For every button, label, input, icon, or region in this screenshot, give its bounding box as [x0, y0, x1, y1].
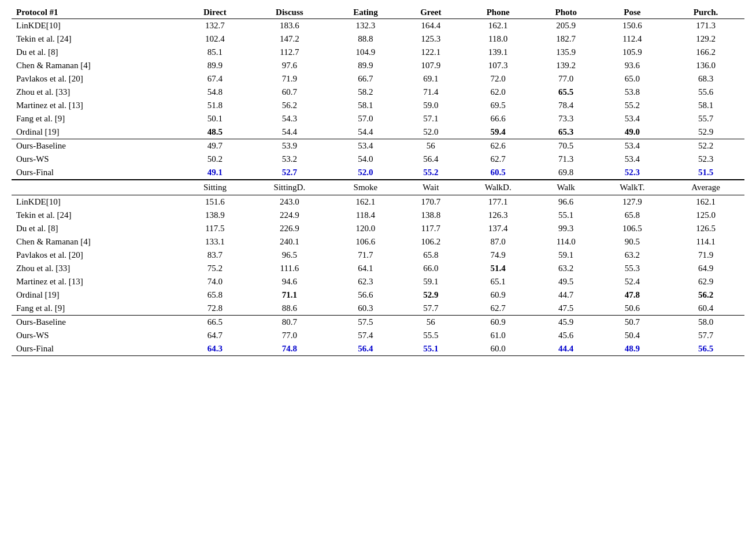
table-cell: 56.2	[248, 99, 331, 112]
table-cell: 63.2	[535, 262, 598, 275]
table-cell: 52.0	[400, 125, 462, 139]
table-cell: 74.0	[182, 275, 248, 288]
table-cell: 89.9	[182, 59, 248, 72]
table-row: Pavlakos et al. [20]83.796.571.765.874.9…	[12, 249, 744, 262]
table-cell: 58.1	[667, 99, 744, 112]
method-cell: Zhou et al. [33]	[12, 86, 182, 99]
table-cell: 90.5	[598, 235, 667, 249]
table-cell: 106.6	[331, 235, 400, 249]
table-cell: 60.5	[462, 166, 535, 180]
table-cell: 171.3	[667, 19, 744, 33]
col-header: Direct	[182, 6, 248, 19]
table-cell: 107.9	[400, 59, 462, 72]
method-cell: Fang et al. [9]	[12, 302, 182, 316]
table-cell: 74.8	[248, 342, 331, 356]
table-row: Chen & Ramanan [4]133.1240.1106.6106.287…	[12, 235, 744, 249]
table-cell: 55.2	[400, 166, 462, 180]
table-row: Tekin et al. [24]138.9224.9118.4138.8126…	[12, 209, 744, 222]
table-cell: 70.5	[535, 139, 598, 153]
table-cell: 183.6	[248, 19, 331, 33]
table-cell: 55.6	[667, 86, 744, 99]
table-cell: 96.6	[535, 195, 598, 209]
table-cell: 53.4	[598, 139, 667, 153]
method-cell: Chen & Ramanan [4]	[12, 235, 182, 249]
table-cell: 71.3	[535, 153, 598, 166]
method-cell: LinKDE[10]	[12, 19, 182, 33]
table-cell: 139.1	[462, 46, 535, 59]
table-cell: 55.3	[598, 262, 667, 275]
table-cell: 170.7	[400, 195, 462, 209]
table-cell: 166.2	[667, 46, 744, 59]
table-cell: 114.0	[535, 235, 598, 249]
table-cell: 65.8	[598, 209, 667, 222]
table-cell: 104.9	[331, 46, 400, 59]
table-cell: 58.2	[331, 86, 400, 99]
method-cell: Tekin et al. [24]	[12, 209, 182, 222]
col-header-2: Smoke	[331, 180, 400, 195]
table-cell: 66.5	[182, 316, 248, 329]
col-header-2: Walk	[535, 180, 598, 195]
table-cell: 50.6	[598, 302, 667, 316]
table-cell: 57.7	[667, 329, 744, 342]
table-cell: 62.9	[667, 275, 744, 288]
table-cell: 65.1	[462, 275, 535, 288]
col-header-2: Average	[667, 180, 744, 195]
table-cell: 56.5	[667, 342, 744, 356]
table-cell: 138.9	[182, 209, 248, 222]
table-cell: 89.9	[331, 59, 400, 72]
table-row: Ordinal [19]48.554.454.452.059.465.349.0…	[12, 125, 744, 139]
table-cell: 55.5	[400, 329, 462, 342]
table-cell: 69.8	[535, 166, 598, 180]
table-row: Fang et al. [9]72.888.660.357.762.747.55…	[12, 302, 744, 316]
table-cell: 52.3	[598, 166, 667, 180]
table-cell: 47.8	[598, 288, 667, 302]
table-cell: 52.9	[667, 125, 744, 139]
table-cell: 71.9	[248, 72, 331, 86]
empty-header-cell	[12, 180, 182, 195]
table-cell: 65.0	[598, 72, 667, 86]
table-cell: 50.1	[182, 112, 248, 125]
table-cell: 45.6	[535, 329, 598, 342]
table-cell: 72.0	[462, 72, 535, 86]
table-cell: 60.9	[462, 288, 535, 302]
main-table: Protocol #1 DirectDiscussEatingGreetPhon…	[12, 6, 744, 356]
table-cell: 57.1	[400, 112, 462, 125]
table-cell: 57.7	[400, 302, 462, 316]
col-header: Purch.	[667, 6, 744, 19]
table-cell: 106.2	[400, 235, 462, 249]
method-cell: Martinez et al. [13]	[12, 99, 182, 112]
col-header-2: WalkD.	[462, 180, 535, 195]
table-cell: 118.4	[331, 209, 400, 222]
table-cell: 150.6	[598, 19, 667, 33]
method-cell: Ours-Baseline	[12, 316, 182, 329]
table-cell: 62.3	[331, 275, 400, 288]
table-cell: 51.4	[462, 262, 535, 275]
table-cell: 45.9	[535, 316, 598, 329]
table-cell: 59.4	[462, 125, 535, 139]
table-cell: 69.5	[462, 99, 535, 112]
table-cell: 49.1	[182, 166, 248, 180]
method-cell: Ours-WS	[12, 329, 182, 342]
table-cell: 129.2	[667, 32, 744, 46]
table-cell: 60.0	[462, 342, 535, 356]
table-cell: 97.6	[248, 59, 331, 72]
table-cell: 51.8	[182, 99, 248, 112]
table-cell: 64.1	[331, 262, 400, 275]
table-row: Du et al. [8]85.1112.7104.9122.1139.1135…	[12, 46, 744, 59]
table-cell: 48.5	[182, 125, 248, 139]
table-cell: 118.0	[462, 32, 535, 46]
table-cell: 111.6	[248, 262, 331, 275]
table-cell: 177.1	[462, 195, 535, 209]
table-cell: 62.6	[462, 139, 535, 153]
col-header-2: SittingD.	[248, 180, 331, 195]
table-cell: 99.3	[535, 222, 598, 235]
table-cell: 88.8	[331, 32, 400, 46]
table-row: Zhou et al. [33]75.2111.664.166.051.463.…	[12, 262, 744, 275]
table-cell: 59.1	[400, 275, 462, 288]
table-cell: 53.9	[248, 139, 331, 153]
method-cell: Pavlakos et al. [20]	[12, 249, 182, 262]
table-cell: 75.2	[182, 262, 248, 275]
table-cell: 55.2	[598, 99, 667, 112]
table-cell: 164.4	[400, 19, 462, 33]
table-cell: 59.1	[535, 249, 598, 262]
